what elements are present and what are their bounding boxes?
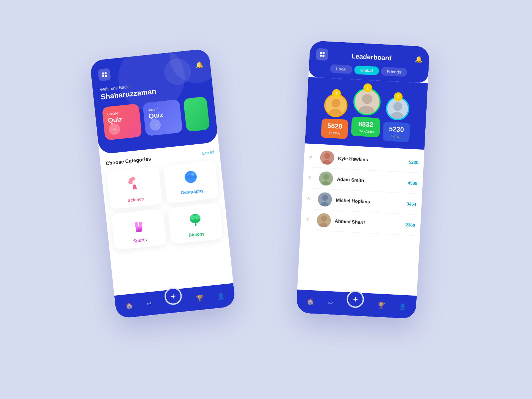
sports-icon	[129, 216, 148, 236]
lb-grid-icon[interactable]	[316, 48, 329, 61]
podium-rank2: 2 5620 Dutton	[321, 88, 350, 139]
svg-rect-1	[104, 72, 107, 74]
list-rank: 5	[308, 175, 315, 180]
left-nav: 🏠 ↩ + 🏆 👤	[114, 283, 236, 319]
svg-rect-3	[105, 75, 107, 77]
create-arrow[interactable]: →	[108, 123, 121, 135]
lb-bell-icon[interactable]: 🔔	[415, 56, 423, 63]
rank1-name: Liza Carter	[356, 129, 374, 134]
podium-rank3: 3 5230 Dutton	[383, 92, 412, 142]
svg-rect-15	[134, 222, 138, 228]
right-nav: 🏠 ↩ + 🏆 👤	[296, 290, 417, 319]
plus-nav-button[interactable]: +	[164, 287, 183, 306]
list-score: 2368	[405, 222, 415, 227]
rank1-score: 8832	[357, 120, 375, 129]
list-score: 4568	[408, 180, 418, 186]
biology-icon	[186, 210, 204, 230]
list-username: Kyle Hawkins	[338, 156, 409, 165]
science-label: Science	[127, 196, 144, 203]
lb-plus-button[interactable]: +	[346, 290, 365, 309]
rank3-score-box: 5230 Dutton	[383, 122, 410, 142]
home-nav-icon[interactable]: 🏠	[125, 302, 133, 310]
list-score: 3454	[407, 201, 417, 206]
lb-home-icon[interactable]: 🏠	[307, 298, 314, 306]
tab-local[interactable]: Local	[330, 64, 353, 74]
biology-label: Biology	[189, 231, 205, 238]
left-phone-header: 🔔 Welcome Back! Shaharuzzaman Create Qui…	[89, 48, 218, 154]
podium-rank1: 1 8832 Liza Carter	[351, 83, 382, 137]
list-avatar	[317, 213, 331, 228]
leaderboard-title: Leaderboard	[328, 51, 415, 63]
history-nav-icon[interactable]: ↩	[146, 300, 152, 308]
join-arrow[interactable]: →	[149, 119, 161, 131]
svg-rect-16	[139, 221, 142, 227]
geography-label: Geography	[181, 188, 204, 195]
category-biology[interactable]: Biology	[168, 203, 223, 244]
svg-rect-22	[323, 52, 325, 54]
podium: 2 5620 Dutton 1	[305, 77, 428, 150]
sports-label: Sports	[133, 237, 147, 243]
science-icon	[125, 174, 144, 196]
svg-rect-23	[320, 55, 322, 57]
leaderboard-header: Leaderboard 🔔 Local Global Friends	[308, 41, 430, 83]
create-quiz-card[interactable]: Create Quiz →	[102, 103, 142, 140]
categories-title: Choose Categories	[105, 156, 151, 166]
rank2-score-box: 5620 Dutton	[321, 118, 348, 139]
see-all-link[interactable]: See All	[201, 150, 214, 156]
rank3-name: Dutton	[388, 134, 404, 138]
lb-trophy-icon[interactable]: 🏆	[377, 302, 385, 309]
categories-grid: Science Geography	[106, 160, 223, 250]
svg-rect-24	[323, 55, 325, 57]
list-avatar	[319, 171, 333, 186]
list-username: Adam Smith	[337, 176, 408, 185]
list-rank: 4	[309, 154, 316, 160]
list-avatar	[320, 150, 334, 165]
rank1-score-box: 8832 Liza Carter	[351, 117, 380, 137]
rank2-name: Dutton	[327, 131, 343, 135]
list-rank: 7	[306, 217, 313, 222]
geography-icon	[182, 168, 200, 188]
tab-global[interactable]: Global	[354, 66, 379, 75]
svg-rect-2	[102, 75, 104, 77]
profile-nav-icon[interactable]: 👤	[217, 292, 225, 300]
rank2-score: 5620	[327, 122, 343, 130]
category-geography[interactable]: Geography	[163, 160, 219, 203]
phone-body: Choose Categories See All Science	[99, 142, 229, 257]
lb-history-icon[interactable]: ↩	[328, 299, 333, 307]
category-science[interactable]: Science	[106, 166, 162, 209]
list-username: Michel Hopkins	[336, 197, 407, 206]
join-quiz-card[interactable]: Join in Quiz →	[143, 99, 183, 136]
rank3-score: 5230	[388, 125, 405, 133]
svg-rect-21	[320, 52, 322, 54]
svg-rect-0	[102, 72, 104, 75]
right-phone: Leaderboard 🔔 Local Global Friends 2	[296, 41, 430, 319]
tab-friends[interactable]: Friends	[381, 67, 408, 77]
category-sports[interactable]: Sports	[111, 208, 167, 250]
list-username: Ahmed Sharif	[334, 218, 406, 227]
list-score: 5230	[409, 159, 419, 165]
third-card[interactable]	[183, 96, 210, 132]
grid-icon[interactable]	[98, 68, 111, 81]
list-rank: 6	[307, 196, 314, 201]
list-avatar	[318, 192, 332, 207]
leaderboard-list: 4 Kyle Hawkins 5230 5 Adam Smith 4568 6	[300, 146, 424, 236]
trophy-nav-icon[interactable]: 🏆	[196, 294, 204, 302]
left-phone: 🔔 Welcome Back! Shaharuzzaman Create Qui…	[89, 48, 236, 319]
lb-profile-icon[interactable]: 👤	[398, 303, 406, 311]
